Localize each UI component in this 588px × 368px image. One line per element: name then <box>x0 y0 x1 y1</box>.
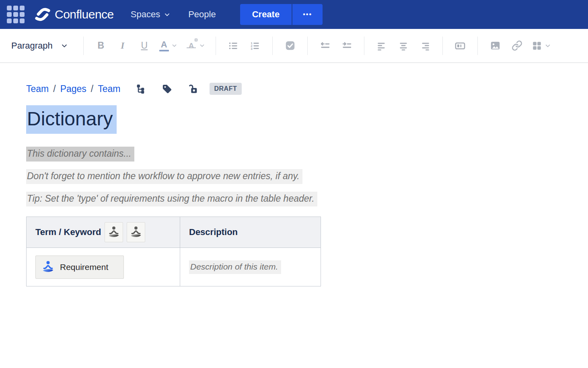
breadcrumb-link-parent[interactable]: Team <box>98 84 120 94</box>
toolbar-divider <box>83 37 84 55</box>
page-meta-icons <box>136 84 198 94</box>
toolbar-divider <box>272 37 273 55</box>
chevron-down-icon <box>171 43 177 49</box>
align-center-icon <box>398 41 409 51</box>
page-tree-icon[interactable] <box>136 84 146 94</box>
block-style-label: Paragraph <box>11 41 53 51</box>
underline-button[interactable]: U <box>138 37 151 55</box>
requirement-macro-label: Requirement <box>60 262 108 272</box>
requirement-type-icon <box>107 226 120 239</box>
layout-button[interactable] <box>453 37 467 55</box>
chevron-down-icon <box>199 43 205 49</box>
image-icon <box>490 40 501 51</box>
superscript-icon: A <box>189 41 194 50</box>
editor-toolbar: Paragraph B I U A A 1 2 3 <box>0 29 588 63</box>
align-center-button[interactable] <box>397 37 410 55</box>
dictionary-table: Term / Keyword <box>26 217 321 286</box>
chevron-down-icon <box>164 11 171 18</box>
text-color-button[interactable]: A <box>159 37 177 55</box>
confluence-logo-icon <box>35 6 51 22</box>
top-navbar: Confluence Spaces People Create ••• <box>0 0 588 29</box>
insert-link-button[interactable] <box>510 37 524 55</box>
bold-button[interactable]: B <box>94 37 108 55</box>
unlock-icon[interactable] <box>188 84 198 94</box>
nav-item-people[interactable]: People <box>188 9 216 20</box>
nav-item-spaces[interactable]: Spaces <box>131 9 171 20</box>
breadcrumb-separator: / <box>53 84 56 94</box>
page-title: Dictionary <box>26 105 588 134</box>
chevron-down-icon <box>545 43 551 49</box>
editor-content-area: Team / Pages / Team <box>0 63 588 286</box>
description-header-cell[interactable]: Description <box>180 217 321 248</box>
indent-icon <box>341 40 352 51</box>
outdent-icon <box>320 40 331 51</box>
term-cell[interactable]: Requirement <box>27 248 180 286</box>
toolbar-divider <box>364 37 364 55</box>
app-grid-icon <box>6 5 25 24</box>
block-style-dropdown[interactable]: Paragraph <box>11 41 68 51</box>
table-icon <box>532 41 542 51</box>
create-more-button[interactable]: ••• <box>292 4 323 25</box>
link-icon <box>512 40 522 51</box>
requirement-type-button[interactable] <box>127 222 145 242</box>
italic-button[interactable]: I <box>116 37 130 55</box>
chevron-down-icon <box>61 42 68 49</box>
description-header-label: Description <box>189 227 238 237</box>
numbered-list-icon: 1 2 3 <box>250 41 260 51</box>
description-placeholder-text[interactable]: Description of this item. <box>189 260 281 274</box>
requirement-type-icon <box>130 226 142 239</box>
align-right-icon <box>420 41 430 51</box>
breadcrumb-separator: / <box>91 84 93 94</box>
indent-button[interactable] <box>340 37 354 55</box>
create-button[interactable]: Create <box>240 4 292 25</box>
requirement-type-button[interactable] <box>105 222 123 242</box>
toolbar-divider <box>216 37 216 55</box>
toolbar-divider <box>477 37 478 55</box>
insert-table-button[interactable] <box>532 37 551 55</box>
align-right-button[interactable] <box>418 37 432 55</box>
breadcrumb-link-space[interactable]: Team <box>26 84 49 94</box>
term-header-label: Term / Keyword <box>35 227 101 237</box>
confluence-home-link[interactable]: Confluence <box>35 6 114 22</box>
outdent-button[interactable] <box>318 37 332 55</box>
task-checkbox-icon <box>285 40 296 51</box>
insert-image-button[interactable] <box>488 37 502 55</box>
requirement-icon <box>41 260 55 274</box>
nav-spaces-label: Spaces <box>131 9 160 20</box>
align-left-icon <box>376 41 387 51</box>
nav-people-label: People <box>188 9 216 20</box>
page-title-text[interactable]: Dictionary <box>26 105 117 134</box>
description-cell[interactable]: Description of this item. <box>180 248 321 286</box>
brand-wordmark: Confluence <box>55 8 114 21</box>
term-header-cell[interactable]: Term / Keyword <box>27 217 180 248</box>
table-row: Requirement Description of this item. <box>27 248 321 286</box>
numbered-list-button[interactable]: 1 2 3 <box>248 37 262 55</box>
task-list-button[interactable] <box>283 37 297 55</box>
bullet-list-icon <box>228 41 238 51</box>
paragraph-text[interactable]: Tip: Set the 'type' of requirements usin… <box>26 192 317 206</box>
align-left-button[interactable] <box>375 37 389 55</box>
text-color-icon: A <box>159 40 169 51</box>
paragraph-text[interactable]: Don't forget to mention the workflow to … <box>26 169 302 184</box>
label-icon[interactable] <box>162 84 172 94</box>
requirement-macro-button[interactable]: Requirement <box>35 256 124 279</box>
paragraph: This dictionary contains... <box>26 147 588 162</box>
paragraph: Don't forget to mention the workflow to … <box>26 169 588 184</box>
toolbar-divider <box>442 37 443 55</box>
status-badge: DRAFT <box>210 83 242 95</box>
toolbar-divider <box>307 37 308 55</box>
breadcrumb: Team / Pages / Team <box>26 82 588 95</box>
breadcrumb-link-pages[interactable]: Pages <box>60 84 86 94</box>
paragraph-text-selected[interactable]: This dictionary contains... <box>26 147 134 162</box>
app-switcher-button[interactable] <box>6 4 26 25</box>
layout-icon <box>454 40 466 51</box>
create-button-group: Create ••• <box>240 4 323 25</box>
text-styles-button[interactable]: A <box>189 37 206 55</box>
paragraph: Tip: Set the 'type' of requirements usin… <box>26 192 588 206</box>
svg-text:3: 3 <box>251 47 253 51</box>
bullet-list-button[interactable] <box>226 37 240 55</box>
table-header-row: Term / Keyword <box>27 217 321 248</box>
